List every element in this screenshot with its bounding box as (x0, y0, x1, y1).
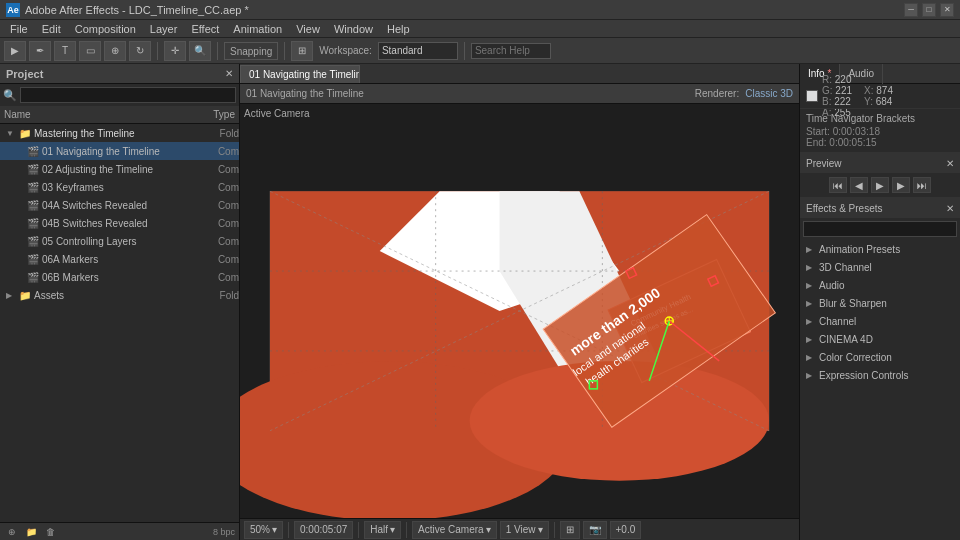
list-item[interactable]: 🎬 05 Controlling Layers Com (0, 232, 239, 250)
item-type: Com (199, 182, 239, 193)
maximize-button[interactable]: □ (922, 3, 936, 17)
menu-edit[interactable]: Edit (36, 20, 67, 38)
menu-effect[interactable]: Effect (185, 20, 225, 38)
renderer-value: Classic 3D (745, 88, 793, 99)
tool-pen[interactable]: ✒ (29, 41, 51, 61)
toolbar-sep-3 (284, 42, 285, 60)
menu-view[interactable]: View (290, 20, 326, 38)
prev-first-btn[interactable]: ⏮ (829, 177, 847, 193)
menu-composition[interactable]: Composition (69, 20, 142, 38)
project-search-input[interactable] (20, 87, 236, 103)
list-item[interactable]: 🎬 04A Switches Revealed Com (0, 196, 239, 214)
menu-window[interactable]: Window (328, 20, 379, 38)
grid-btn[interactable]: ⊞ (560, 521, 580, 539)
time-nav-end: End: 0:00:05:15 (806, 137, 954, 148)
effects-tree: ▶ Animation Presets ▶ 3D Channel ▶ Audio… (800, 240, 960, 540)
reset-btn[interactable]: +0.0 (610, 521, 642, 539)
project-panel-title: Project (6, 68, 43, 80)
coord-values: X: 874 Y: 684 (864, 85, 893, 107)
zoom-label: 50% (250, 524, 270, 535)
effect-label: 3D Channel (819, 262, 872, 273)
effect-item[interactable]: ▶ Color Correction (800, 348, 960, 366)
x-coord: 874 (876, 85, 893, 96)
quality-btn[interactable]: Half ▾ (364, 521, 401, 539)
view-chevron-icon: ▾ (486, 524, 491, 535)
close-button[interactable]: ✕ (940, 3, 954, 17)
preview-panel-close[interactable]: ✕ (946, 158, 954, 169)
tool-text[interactable]: T (54, 41, 76, 61)
tool-zoom[interactable]: 🔍 (189, 41, 211, 61)
effects-search-bar (800, 218, 960, 240)
b-label: B: (822, 96, 831, 107)
comp-tab-active[interactable]: 01 Navigating the Timeline ✕ (240, 65, 360, 83)
effect-item[interactable]: ▶ Animation Presets (800, 240, 960, 258)
view-count-btn[interactable]: 1 View ▾ (500, 521, 549, 539)
workspace-input[interactable] (378, 42, 458, 60)
list-item[interactable]: 🎬 06A Markers Com (0, 250, 239, 268)
project-folder-btn[interactable]: 📁 (23, 525, 39, 539)
view-select[interactable]: Active Camera ▾ (412, 521, 497, 539)
folder-icon: 📁 (19, 290, 31, 301)
time-value: 0:00:05:07 (300, 524, 347, 535)
item-label: Assets (34, 290, 196, 301)
effect-label: Expression Controls (819, 370, 908, 381)
tool-move[interactable]: ✛ (164, 41, 186, 61)
quality-chevron-icon: ▾ (390, 524, 395, 535)
info-color-row: R: 220 G: 221 B: 222 A: 255 X: 874 Y: 68… (806, 88, 954, 104)
tool-camera[interactable]: ⊕ (104, 41, 126, 61)
composition-tabs: 01 Navigating the Timeline ✕ (240, 64, 799, 84)
composition-name: 01 Navigating the Timeline (246, 88, 364, 99)
list-item[interactable]: 🎬 01 Navigating the Timeline Com (0, 142, 239, 160)
prev-last-btn[interactable]: ⏭ (913, 177, 931, 193)
toolbar-sep-4 (464, 42, 465, 60)
zoom-level-btn[interactable]: 50% ▾ (244, 521, 283, 539)
snapping-checkbox[interactable]: Snapping (224, 42, 278, 60)
list-item[interactable]: 🎬 04B Switches Revealed Com (0, 214, 239, 232)
search-help-input[interactable] (471, 43, 551, 59)
project-new-btn[interactable]: ⊕ (4, 525, 20, 539)
composition-viewport[interactable]: Active Camera (240, 104, 799, 518)
project-delete-btn[interactable]: 🗑 (42, 525, 58, 539)
prev-play-btn[interactable]: ▶ (871, 177, 889, 193)
prev-next-frame-btn[interactable]: ▶ (892, 177, 910, 193)
menu-animation[interactable]: Animation (227, 20, 288, 38)
r-value: 220 (835, 74, 852, 85)
project-panel-close[interactable]: ✕ (225, 68, 233, 79)
project-panel-bottom: ⊕ 📁 🗑 8 bpc (0, 522, 239, 540)
list-item[interactable]: 🎬 02 Adjusting the Timeline Com (0, 160, 239, 178)
camera-btn[interactable]: 📷 (583, 521, 607, 539)
effect-item[interactable]: ▶ Channel (800, 312, 960, 330)
effect-item[interactable]: ▶ Blur & Sharpen (800, 294, 960, 312)
tool-orbit[interactable]: ↻ (129, 41, 151, 61)
tool-shape[interactable]: ▭ (79, 41, 101, 61)
menu-file[interactable]: File (4, 20, 34, 38)
workspace-label: Workspace: (316, 45, 375, 56)
effects-panel-close[interactable]: ✕ (946, 203, 954, 214)
item-label: 05 Controlling Layers (42, 236, 196, 247)
prev-prev-frame-btn[interactable]: ◀ (850, 177, 868, 193)
effect-item[interactable]: ▶ CINEMA 4D (800, 330, 960, 348)
list-item[interactable]: ▼ 📁 Mastering the Timeline Fold (0, 124, 239, 142)
effects-search-input[interactable] (803, 221, 957, 237)
item-type: Com (199, 218, 239, 229)
time-display[interactable]: 0:00:05:07 (294, 521, 353, 539)
view-count-label: 1 View (506, 524, 536, 535)
r-label: R: (822, 74, 832, 85)
item-label: 01 Navigating the Timeline (42, 146, 196, 157)
menu-layer[interactable]: Layer (144, 20, 184, 38)
list-item[interactable]: 🎬 06B Markers Com (0, 268, 239, 286)
audio-tab-label: Audio (848, 68, 874, 79)
effect-item[interactable]: ▶ Audio (800, 276, 960, 294)
effect-item[interactable]: ▶ Expression Controls (800, 366, 960, 384)
title-bar: Ae Adobe After Effects - LDC_Timeline_CC… (0, 0, 960, 20)
menu-help[interactable]: Help (381, 20, 416, 38)
list-item[interactable]: 🎬 03 Keyframes Com (0, 178, 239, 196)
toolbar: ▶ ✒ T ▭ ⊕ ↻ ✛ 🔍 Snapping ⊞ Workspace: (0, 38, 960, 64)
item-label: Mastering the Timeline (34, 128, 196, 139)
effect-item[interactable]: ▶ 3D Channel (800, 258, 960, 276)
composition-panel: 01 Navigating the Timeline ✕ 01 Navigati… (240, 64, 800, 540)
minimize-button[interactable]: ─ (904, 3, 918, 17)
chevron-right-icon: ▶ (806, 245, 816, 254)
list-item[interactable]: ▶ 📁 Assets Fold (0, 286, 239, 304)
tool-select[interactable]: ▶ (4, 41, 26, 61)
